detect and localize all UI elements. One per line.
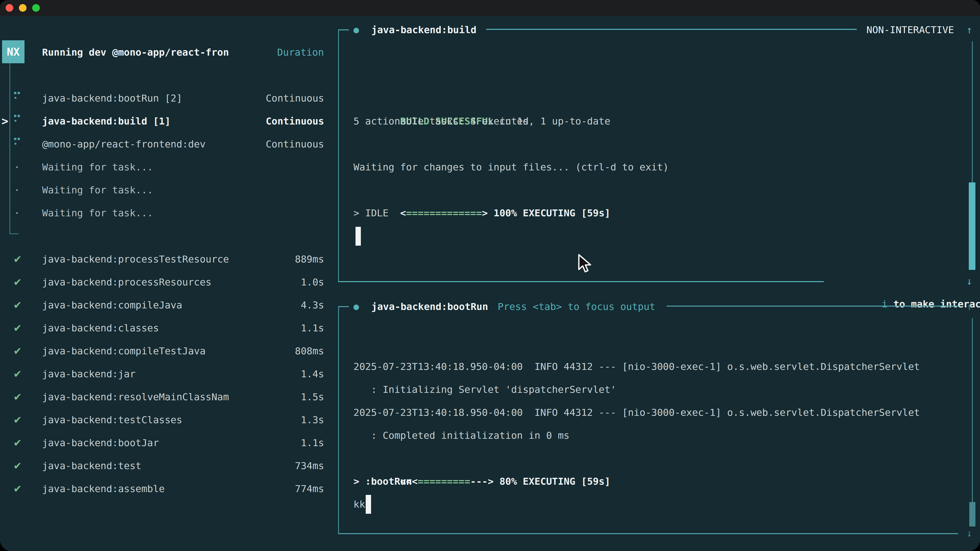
build-pane-corner	[338, 29, 349, 30]
window-titlebar	[0, 0, 980, 16]
check-icon: ✔	[13, 408, 22, 431]
check-icon: ✔	[13, 317, 22, 340]
task-label: java-backend:classes	[42, 317, 159, 340]
progress-bar-fill: =========	[418, 476, 470, 487]
task-row-waiting[interactable]: · Waiting for task...	[42, 202, 324, 224]
close-window-button[interactable]	[6, 4, 13, 12]
task-label: java-backend:processResources	[42, 271, 211, 294]
progress-bar-dashes: --->	[470, 476, 494, 487]
task-row-waiting[interactable]: · Waiting for task...	[42, 156, 324, 179]
check-icon: ✔	[13, 271, 22, 294]
task-row-done[interactable]: ✔ java-backend:processTestResource 889ms	[42, 248, 324, 271]
nx-logo: NX	[2, 40, 24, 63]
task-row-done[interactable]: ✔ java-backend:compileJava 4.3s	[42, 294, 324, 317]
interactive-hint-key[interactable]: i	[882, 299, 888, 310]
build-pane-scroll-track[interactable]	[972, 41, 973, 183]
check-icon: ✔	[13, 431, 22, 454]
task-duration: 1.4s	[301, 362, 324, 386]
task-row-frontend-dev[interactable]: @mono-app/react-frontend:dev Continuous	[42, 133, 324, 156]
bootrun-pane-corner	[338, 306, 349, 307]
log-line: 2025-07-23T13:40:18.950-04:00 INFO 44312…	[353, 401, 920, 424]
bootrun-pane-header-rule	[667, 306, 958, 306]
screen: NX Running dev @mono-app/react-fron Dura…	[0, 0, 980, 551]
task-label: java-backend:resolveMainClassNam	[42, 386, 229, 408]
task-label: java-backend:test	[42, 454, 142, 477]
task-label: java-backend:bootRun [2]	[42, 87, 182, 110]
scroll-down-icon[interactable]: ↓	[966, 270, 972, 292]
log-line: : Completed initialization in 0 ms	[353, 424, 570, 447]
mouse-cursor-icon	[577, 254, 592, 277]
check-icon: ✔	[13, 386, 22, 408]
task-label: java-backend:compileJava	[42, 294, 182, 317]
progress-bar-fill: =============	[406, 207, 482, 219]
log-line: 2025-07-23T13:40:18.950-04:00 INFO 44312…	[353, 355, 920, 378]
bootrun-pane-bottom-border	[338, 533, 958, 534]
check-icon: ✔	[13, 454, 22, 477]
task-label: java-backend:assemble	[42, 477, 165, 500]
bootrun-pane-left-border	[338, 306, 339, 534]
task-status: Continuous	[266, 87, 324, 110]
task-status-dot-icon: ●	[353, 295, 359, 318]
waiting-for-changes-text: Waiting for changes to input files... (c…	[353, 156, 669, 179]
task-row-done[interactable]: ✔ java-backend:jar 1.4s	[42, 362, 324, 386]
task-row-waiting[interactable]: · Waiting for task...	[42, 179, 324, 202]
task-row-done[interactable]: ✔ java-backend:assemble 774ms	[42, 477, 324, 500]
zoom-window-button[interactable]	[32, 4, 40, 12]
task-status: Continuous	[266, 110, 324, 133]
focus-output-hint: Press <tab> to focus output	[498, 295, 655, 318]
task-label: java-backend:testClasses	[42, 408, 182, 431]
task-status-dot-icon: ●	[353, 18, 359, 41]
waiting-dot-icon: ·	[14, 179, 20, 202]
check-icon: ✔	[13, 248, 22, 271]
scroll-up-icon[interactable]: ↑	[966, 295, 972, 318]
noninteractive-badge: NON-INTERACTIVE	[866, 18, 954, 41]
progress-open-bracket: <	[400, 207, 406, 219]
task-duration: 889ms	[295, 248, 324, 271]
task-row-done[interactable]: ✔ java-backend:testClasses 1.3s	[42, 408, 324, 431]
task-duration: 1.1s	[301, 431, 324, 454]
scroll-down-icon[interactable]: ↓	[966, 522, 972, 545]
task-status: Continuous	[266, 133, 324, 156]
spinner-icon	[14, 112, 22, 122]
minimize-window-button[interactable]	[19, 4, 27, 12]
task-tree-line	[10, 63, 10, 234]
waiting-dot-icon: ·	[14, 202, 20, 224]
terminal-content: NX Running dev @mono-app/react-fron Dura…	[0, 16, 980, 551]
task-label: java-backend:bootJar	[42, 431, 159, 454]
task-row-done[interactable]: ✔ java-backend:resolveMainClassNam 1.5s	[42, 386, 324, 408]
bootrun-prompt-line: > :bootRun	[353, 470, 412, 493]
terminal-cursor	[355, 227, 361, 246]
build-pane-title: java-backend:build	[371, 18, 476, 41]
task-row-done[interactable]: ✔ java-backend:bootJar 1.1s	[42, 431, 324, 454]
progress-label: 80% EXECUTING [59s]	[493, 476, 611, 487]
task-row-build-selected[interactable]: java-backend:build [1] Continuous	[42, 110, 324, 133]
task-row-done[interactable]: ✔ java-backend:compileTestJava 808ms	[42, 340, 324, 362]
selected-task-arrow: >	[2, 110, 8, 133]
terminal-window: NX Running dev @mono-app/react-fron Dura…	[0, 0, 980, 551]
build-pane-left-border	[338, 29, 339, 282]
task-label: Waiting for task...	[42, 156, 153, 179]
stdin-input-text[interactable]: kk	[353, 493, 365, 516]
progress-close-bracket: >	[482, 207, 488, 219]
task-tree-corner	[10, 233, 19, 234]
task-row-done[interactable]: ✔ java-backend:test 734ms	[42, 454, 324, 477]
spinner-icon	[14, 89, 22, 99]
task-duration: 1.3s	[301, 408, 324, 431]
task-row-bootrun[interactable]: java-backend:bootRun [2] Continuous	[42, 87, 324, 110]
check-icon: ✔	[13, 477, 22, 500]
scroll-up-icon[interactable]: ↑	[966, 18, 972, 41]
log-line: : Initializing Servlet 'dispatcherServle…	[353, 378, 616, 401]
task-row-done[interactable]: ✔ java-backend:classes 1.1s	[42, 317, 324, 340]
tasks-summary-text: 5 actionable tasks: 4 executed, 1 up-to-…	[353, 110, 611, 133]
task-label: @mono-app/react-frontend:dev	[42, 133, 206, 156]
task-duration: 734ms	[295, 454, 324, 477]
terminal-cursor	[366, 495, 371, 514]
build-pane-scroll-thumb[interactable]	[969, 183, 975, 270]
task-row-done[interactable]: ✔ java-backend:processResources 1.0s	[42, 271, 324, 294]
duration-column-header: Duration	[277, 41, 324, 64]
progress-label: 100% EXECUTING [59s]	[488, 207, 610, 219]
check-icon: ✔	[13, 294, 22, 317]
bootrun-pane-scroll-track[interactable]	[972, 318, 973, 518]
task-label: Waiting for task...	[42, 202, 153, 224]
build-pane-bottom-border	[338, 281, 824, 282]
